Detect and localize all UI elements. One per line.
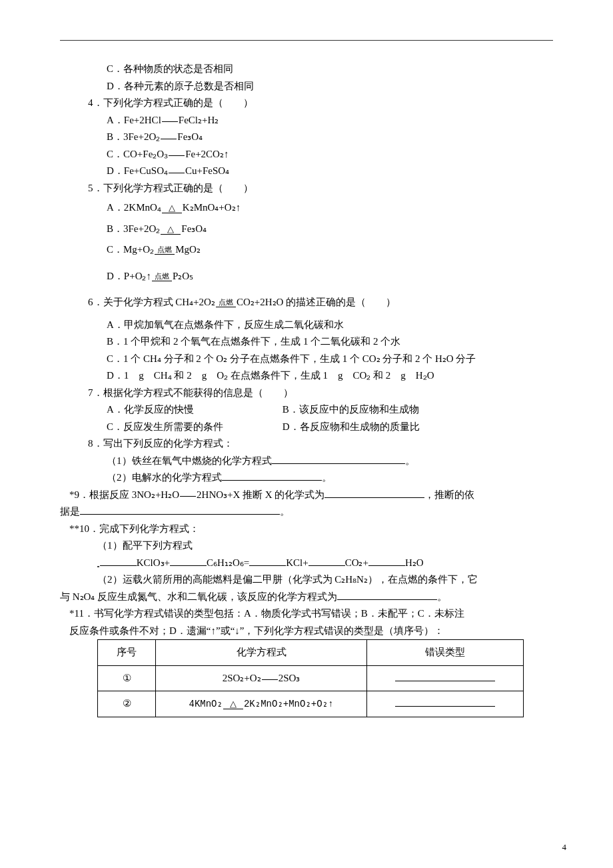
q3-option-c: C．各种物质的状态是否相同 <box>60 61 553 78</box>
q5b-pre: B．3Fe+2O₂ <box>107 223 160 234</box>
fill-blank[interactable] <box>249 555 286 566</box>
fill-blank[interactable] <box>324 487 424 498</box>
q7-option-a: A．化学反应的快慢 <box>107 401 280 419</box>
row2-num: ② <box>98 691 156 717</box>
q5c-pre: C．Mg+O₂ <box>107 244 154 255</box>
eq-line-icon <box>262 677 278 680</box>
triangle-icon: △ <box>169 203 175 212</box>
fill-blank[interactable] <box>395 671 495 681</box>
q4-option-c: C．CO+Fe₂O₃Fe+2CO₂↑ <box>60 146 553 163</box>
top-rule <box>60 40 553 41</box>
q9-line1: *9．根据反应 3NO₂+H₂O2HNO₃+X 推断 X 的化学式为，推断的依 <box>60 487 553 504</box>
cond-label: 点燃 <box>155 246 175 255</box>
q5a-post: K₂MnO₄+O₂↑ <box>183 202 241 213</box>
q4d-pre: D．Fe+CuSO₄ <box>107 165 168 176</box>
q4-option-d: D．Fe+CuSO₄Cu+FeSO₄ <box>60 163 553 180</box>
q7-option-b: B．该反应中的反应物和生成物 <box>283 404 419 415</box>
q9-line2: 据是。 <box>60 503 553 521</box>
q11-l2: 反应条件或条件不对；D．遗漏“↑”或“↓”，下列化学方程式错误的类型是（填序号）… <box>60 623 553 640</box>
heat-arrow-icon: △ <box>223 699 243 709</box>
q5d-post: P₂O₅ <box>173 271 193 281</box>
eq-line-icon <box>169 153 185 156</box>
fill-blank[interactable] <box>100 555 137 566</box>
q9-l2end: 。 <box>280 506 290 517</box>
fill-blank[interactable] <box>170 555 207 566</box>
fill-blank[interactable] <box>395 696 495 707</box>
cond-label: 点燃 <box>216 299 236 307</box>
row1-ans[interactable] <box>367 665 524 691</box>
q8p2-end: 。 <box>322 472 332 483</box>
q10-eqb: C₆H₁₂O₆= <box>207 557 249 568</box>
q6-option-d: D．1 g CH₄ 和 2 g O₂ 在点燃条件下，生成 1 g CO₂ 和 2… <box>60 367 553 385</box>
q10-p2b-row: 与 N₂O₄ 反应生成氮气、水和二氧化碳，该反应的化学方程式为。 <box>60 589 553 606</box>
q5d-pre: D．P+O₂↑ <box>107 271 151 281</box>
q3-option-d: D．各种元素的原子总数是否相同 <box>60 78 553 95</box>
ignite-arrow-icon: 点燃 <box>216 299 236 307</box>
q7-stem: 7．根据化学方程式不能获得的信息是（ ） <box>60 385 553 402</box>
fill-blank[interactable] <box>80 504 280 515</box>
heat-arrow-icon: △ <box>161 225 181 235</box>
th-eq: 化学方程式 <box>156 640 367 666</box>
q4a-post: FeCl₂+H₂ <box>179 115 219 125</box>
q8p2-text: （2）电解水的化学方程式 <box>107 472 222 483</box>
q5-option-b: B．3Fe+2O₂△Fe₃O₄ <box>60 221 553 238</box>
q7-row1: A．化学反应的快慢 B．该反应中的反应物和生成物 <box>60 401 553 419</box>
eq-line-icon <box>161 137 177 139</box>
q5-option-d: D．P+O₂↑点燃P₂O₅ <box>60 268 553 285</box>
eq-line-icon <box>162 119 178 122</box>
q4d-post: Cu+FeSO₄ <box>185 165 229 176</box>
q5-stem: 5．下列化学方程式正确的是（ ） <box>60 180 553 197</box>
q7-option-c: C．反应发生所需要的条件 <box>107 419 280 436</box>
th-err: 错误类型 <box>367 640 524 666</box>
table-row: ② 4KMnO₂△2K₂MnO₂+MnO₂+O₂↑ <box>98 691 524 717</box>
q10-eqe: H₂O <box>405 557 424 568</box>
q9-pre: *9．根据反应 3NO₂+H₂O <box>69 489 179 500</box>
q10-eqa: KClO₃+ <box>137 557 170 568</box>
q6-stem: 6．关于化学方程式 CH₄+2O₂点燃CO₂+2H₂O 的描述正确的是（ ） <box>60 294 553 311</box>
q8p1-text: （1）铁丝在氧气中燃烧的化学方程式 <box>107 455 272 466</box>
q6-option-b: B．1 个甲烷和 2 个氧气在点燃条件下，生成 1 个二氧化碳和 2 个水 <box>60 333 553 351</box>
fill-blank[interactable] <box>272 453 405 464</box>
q7-row2: C．反应发生所需要的条件 D．各反应物和生成物的质量比 <box>60 419 553 436</box>
triangle-icon: △ <box>230 699 237 708</box>
row2-ans[interactable] <box>367 691 524 717</box>
q8-part2: （2）电解水的化学方程式。 <box>60 469 553 487</box>
q5-option-a: A．2KMnO₄△K₂MnO₄+O₂↑ <box>60 199 553 217</box>
q4-stem: 4．下列化学方程式正确的是（ ） <box>60 95 553 112</box>
row1-num: ① <box>98 665 156 691</box>
q4-option-a: A．Fe+2HClFeCl₂+H₂ <box>60 112 553 129</box>
th-seq: 序号 <box>98 640 156 666</box>
fill-blank[interactable] <box>308 555 345 566</box>
q4a-pre: A．Fe+2HCl <box>107 115 161 125</box>
q9-mid: ，推断的依 <box>424 489 474 500</box>
q8-part1: （1）铁丝在氧气中燃烧的化学方程式。 <box>60 453 553 470</box>
heat-arrow-icon: △ <box>162 203 182 213</box>
q8p1-end: 。 <box>405 455 415 466</box>
r2-pre: 4KMnO₂ <box>189 699 223 709</box>
q10-eqd: CO₂+ <box>345 557 368 568</box>
q6-stem-pre: 6．关于化学方程式 CH₄+2O₂ <box>88 297 215 307</box>
q4c-post: Fe+2CO₂↑ <box>185 149 229 159</box>
table-row: ① 2SO₂+O₂2SO₃ <box>98 665 524 691</box>
eq-line-icon <box>180 494 196 497</box>
q7-option-d: D．各反应物和生成物的质量比 <box>283 421 420 432</box>
q10-p2a: （2）运载火箭所用的高能燃料是偏二甲肼（化学式为 C₂H₈N₂），在点燃的条件下… <box>60 571 553 589</box>
fill-blank[interactable] <box>337 589 437 600</box>
triangle-icon: △ <box>167 225 174 233</box>
eq-line-icon <box>169 171 185 173</box>
fill-blank[interactable] <box>368 555 405 566</box>
row1-eq: 2SO₂+O₂2SO₃ <box>156 665 367 691</box>
q6-option-a: A．甲烷加氧气在点燃条件下，反应生成二氧化碳和水 <box>60 317 553 334</box>
q5-option-c: C．Mg+O₂点燃MgO₂ <box>60 241 553 259</box>
r2-post: 2K₂MnO₂+MnO₂+O₂↑ <box>244 699 334 709</box>
q6-stem-post: CO₂+2H₂O 的描述正确的是（ ） <box>237 297 396 307</box>
q5a-pre: A．2KMnO₄ <box>107 202 161 213</box>
q5c-post: MgO₂ <box>175 244 201 255</box>
q9-l2pre: 据是 <box>60 506 80 517</box>
q10-p1: （1）配平下列方程式 <box>60 537 553 555</box>
q10-p2b: 与 N₂O₄ 反应生成氮气、水和二氧化碳，该反应的化学方程式为 <box>60 591 337 602</box>
table-header-row: 序号 化学方程式 错误类型 <box>98 640 524 666</box>
row2-eq: 4KMnO₂△2K₂MnO₂+MnO₂+O₂↑ <box>156 691 367 717</box>
fill-blank[interactable] <box>222 470 322 481</box>
q5b-post: Fe₃O₄ <box>181 223 207 234</box>
